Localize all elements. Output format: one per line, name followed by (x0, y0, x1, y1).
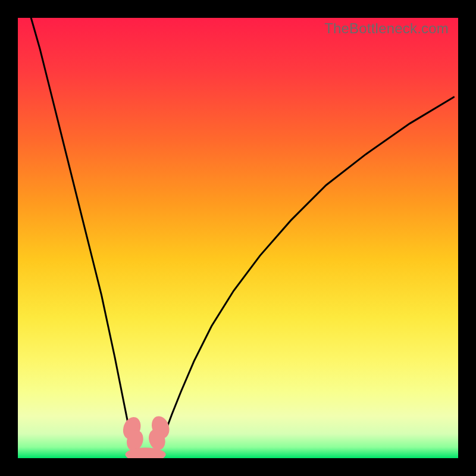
marker-group (120, 414, 173, 458)
watermark-text: TheBottleneck.com (324, 20, 449, 37)
plot-area: TheBottleneck.com (18, 18, 458, 458)
curve-layer (18, 18, 458, 458)
curve-right-branch (159, 97, 453, 445)
curve-left-branch (31, 18, 134, 445)
outer-frame: TheBottleneck.com (0, 0, 476, 476)
